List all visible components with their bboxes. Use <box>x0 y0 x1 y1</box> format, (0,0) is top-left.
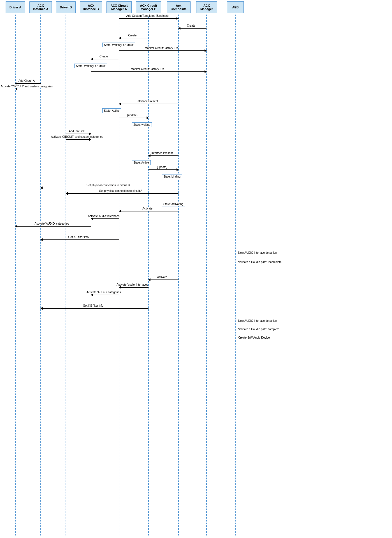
msg-label-21: Set physical connection to circuit A <box>99 189 142 192</box>
lifeline-aeb <box>235 15 236 535</box>
lifeline-acxCMA <box>119 15 119 535</box>
msg-label-5: Create <box>99 55 108 58</box>
state-box-13: State: waiting <box>132 122 152 127</box>
lifeline-acxMgr <box>206 15 207 535</box>
msg-label-26: Get KS filter info <box>68 236 89 239</box>
actor-acxComp: AcxComposite <box>167 1 191 13</box>
state-box-17: State: Active <box>132 160 151 165</box>
msg-label-23: Activate <box>142 207 152 210</box>
arrow-20 <box>41 188 178 188</box>
actor-driverB: Driver B <box>56 1 76 13</box>
msg-label-16: Interface Present <box>151 152 173 155</box>
msg-label-4: Monitor Circuit/Factory IDs <box>145 46 178 50</box>
msg-label-31: Activate 'AUDIO' categories <box>87 291 121 294</box>
msg-label-32: Get KS filter info <box>83 304 103 307</box>
msg-label-1: Create <box>187 24 195 27</box>
sidenote-34: Validate full audio path: complete <box>238 328 279 331</box>
msg-label-29: Activate <box>157 276 167 279</box>
msg-label-10: Interface Present <box>137 100 158 103</box>
arrow-8 <box>15 83 41 84</box>
actor-acxInstB: ACXInstance B <box>80 1 102 13</box>
msg-label-25: Activate 'AUDIO' categories <box>35 222 69 225</box>
sidenote-35: Create S/W Audio Device <box>238 336 270 339</box>
actor-acxInstA: ACXInstance A <box>29 1 52 13</box>
msg-label-0: Add Custom Templates (Bindings) <box>126 14 169 17</box>
state-box-6: State: WaitingForCircuit <box>74 64 107 68</box>
arrow-9 <box>15 89 41 89</box>
actor-driverA: Driver A <box>6 1 25 13</box>
actor-acxCMB: ACX CircuitManager B <box>136 1 161 13</box>
arrow-18 <box>149 169 178 170</box>
arrow-15 <box>66 139 91 140</box>
msg-label-8: Add Circuit A <box>18 79 35 82</box>
arrow-23 <box>119 211 178 211</box>
msg-label-7: Monitor Circuit/Factory IDs <box>131 67 164 71</box>
msg-label-12: {update} <box>127 114 138 117</box>
arrow-29 <box>149 280 178 280</box>
state-box-3: State: WaitingForCircuit <box>102 43 135 47</box>
arrow-4 <box>119 50 207 51</box>
msg-label-14: Add Circuit B <box>69 130 85 133</box>
msg-label-20: Set physical connection to circuit B <box>87 184 130 187</box>
actor-acxMgr: ACXManager <box>196 1 217 13</box>
state-box-11: State: Active <box>102 108 121 113</box>
arrow-0 <box>119 18 178 19</box>
state-box-22: State: activating <box>162 202 185 206</box>
arrow-10 <box>119 104 178 104</box>
arrow-32 <box>41 308 149 309</box>
arrow-31 <box>91 295 119 295</box>
actor-acxCMA: ACX CircuitManager A <box>106 1 132 13</box>
sidenote-27: New AUDIO interface detection <box>238 251 277 254</box>
msg-label-15: Activate 'CIRCUIT' and custom categories <box>51 135 103 138</box>
arrow-24 <box>91 218 119 219</box>
msg-label-24: Activate 'audio' interfaces <box>88 215 120 218</box>
sequence-diagram: Driver AACXInstance ADriver BACXInstance… <box>0 0 392 538</box>
arrow-1 <box>178 28 207 29</box>
lifeline-driverA <box>15 15 16 535</box>
arrow-25 <box>15 226 91 227</box>
lifeline-acxInstA <box>40 15 41 535</box>
lifeline-driverB <box>66 15 66 535</box>
arrow-26 <box>41 239 119 240</box>
arrow-7 <box>91 71 207 72</box>
arrow-21 <box>66 193 178 194</box>
arrow-14 <box>66 134 91 134</box>
arrow-5 <box>91 59 119 59</box>
msg-label-18: {update} <box>157 166 167 169</box>
sidenote-33: New AUDIO interface detection <box>238 319 277 322</box>
arrow-16 <box>149 155 178 156</box>
state-box-19: State: binding <box>162 174 182 179</box>
msg-label-30: Activate 'audio' interfaces <box>117 283 148 286</box>
lifeline-acxInstB <box>91 15 91 535</box>
msg-label-9: Activate 'CIRCUIT' and custom categories <box>1 85 53 88</box>
msg-label-2: Create <box>128 34 136 37</box>
arrow-30 <box>119 287 149 288</box>
arrow-12 <box>119 118 149 118</box>
lifeline-acxCMB <box>148 15 149 535</box>
lifeline-acxComp <box>178 15 179 535</box>
arrow-2 <box>119 38 149 38</box>
actor-aeb: AEB <box>227 1 244 13</box>
sidenote-28: Validate full audio path: Incomplete <box>238 260 282 264</box>
